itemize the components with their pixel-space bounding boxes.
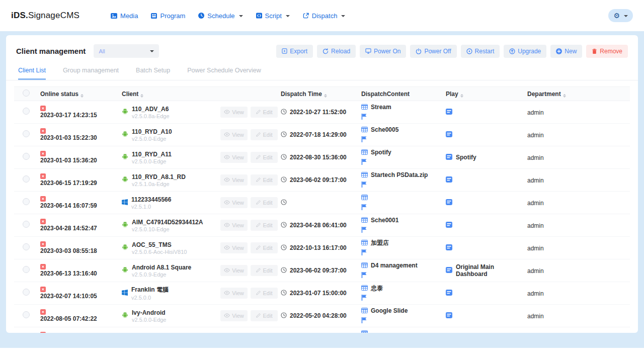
nav-dispatch[interactable]: Dispatch [303,12,346,20]
eye-icon [224,200,230,206]
view-button[interactable]: View [220,174,248,186]
tab-group-management[interactable]: Group management [63,67,119,80]
table-header-row: Online status Client Dispatch Time Dispa… [14,87,630,101]
view-button[interactable]: View [220,242,248,253]
edit-button[interactable]: Edit [251,265,278,276]
row-checkbox[interactable] [23,243,30,250]
row-checkbox[interactable] [23,311,30,318]
view-button[interactable]: View [220,129,248,140]
offline-status-icon: ✕ [40,264,46,269]
edit-button[interactable]: Edit [251,288,278,299]
edit-button[interactable]: Edit [251,197,278,208]
clock-icon [281,130,287,139]
eye-icon [224,290,230,296]
edit-button[interactable]: Edit [251,174,278,186]
header-client[interactable]: Client [120,87,218,101]
offline-status-icon: ✕ [40,106,46,111]
view-button[interactable]: View [220,265,248,276]
client-name: 112233445566 [131,196,171,203]
row-checkbox[interactable] [23,108,30,115]
last-online-time: 2023-06-15 17:19:29 [40,179,118,187]
settings-button[interactable]: ⚙ [608,9,633,22]
edit-button[interactable]: Edit [251,220,278,231]
dispatch-time: 2023-04-28 06:41:00 [290,222,347,229]
edit-button[interactable]: Edit [251,152,278,163]
view-button[interactable]: View [220,107,248,118]
tab-power-schedule-overview[interactable]: Power Schedule Overview [187,67,261,80]
row-checkbox[interactable] [23,266,30,273]
view-label: View [232,154,244,160]
edit-button[interactable]: Edit [251,129,278,140]
upgrade-button[interactable]: Upgrade [504,45,546,58]
nav-program-label: Program [160,12,185,20]
department-value: admin [527,200,544,207]
header-dispatch-content: DispatchContent [359,87,444,101]
tab-client-list[interactable]: Client List [18,67,46,80]
dispatch-time: 2022-07-18 14:29:00 [290,131,347,138]
pencil-icon [256,245,261,251]
nav-schedule[interactable]: Schedule [198,12,243,20]
windows-icon [122,289,128,298]
pencil-icon [256,177,261,183]
header-dispatch-time[interactable]: Dispatch Time [279,87,359,101]
table-row: ✕ 2023-03-17 14:23:15 110_ADV_A6 v2.5.0.… [14,101,630,124]
view-button[interactable]: View [220,310,248,321]
edit-button[interactable]: Edit [251,310,278,321]
table-row: ✕ 2023-06-13 13:16:40 Android A8.1 Squar… [14,259,630,282]
edit-button[interactable]: Edit [251,242,278,253]
view-button[interactable]: View [220,220,248,231]
select-all-checkbox[interactable] [23,89,30,97]
flag-icon [361,248,367,257]
row-checkbox[interactable] [23,130,30,137]
row-checkbox[interactable] [23,221,30,228]
nav-dispatch-label: Dispatch [312,12,338,20]
new-button[interactable]: New [550,45,582,58]
eye-icon [224,245,230,251]
edit-button[interactable]: Edit [251,107,278,118]
row-checkbox[interactable] [23,198,30,205]
group-filter-value: All [99,48,105,54]
chevron-down-icon [150,50,154,52]
header-online-status[interactable]: Online status [38,87,120,101]
view-button[interactable]: View [220,152,248,163]
sort-icon [140,94,143,98]
eye-icon [224,132,230,138]
restart-icon [466,48,472,54]
eye-icon [224,177,230,183]
edit-label: Edit [263,245,273,251]
header-online-status-label: Online status [40,90,78,98]
tab-batch-setup[interactable]: Batch Setup [136,67,170,80]
schedule-table-icon [361,103,368,112]
export-button[interactable]: Export [276,45,313,58]
header-department[interactable]: Department [525,87,630,101]
power-on-button[interactable]: Power On [360,45,406,58]
restart-button[interactable]: Restart [461,45,500,58]
client-version: v2.5.1.0a-Edge [132,181,186,187]
header-view-spacer [218,87,249,101]
header-play[interactable]: Play [444,87,525,101]
remove-button[interactable]: Remove [586,45,628,58]
android-icon [122,130,128,139]
top-navigation-bar: iDS.SignageCMS Media Program Schedule Sc… [0,0,644,31]
power-off-button[interactable]: Power Off [410,45,456,58]
department-value: admin [527,222,544,229]
row-checkbox[interactable] [23,289,30,296]
nav-program[interactable]: Program [151,12,185,20]
view-button[interactable]: View [220,197,248,208]
card-header: Client management All Export Reload Powe… [6,35,638,62]
flag-icon [361,226,367,235]
pencil-icon [256,132,261,138]
view-label: View [232,267,244,274]
group-filter-select[interactable]: All [94,44,159,58]
row-checkbox[interactable] [23,175,30,183]
department-value: admin [527,177,544,184]
nav-script[interactable]: Script [256,12,290,20]
flag-icon [361,180,367,190]
android-icon [122,153,128,162]
row-checkbox[interactable] [23,153,30,160]
reload-button[interactable]: Reload [317,45,356,58]
sort-icon [460,94,463,98]
view-button[interactable]: View [220,288,248,299]
nav-media[interactable]: Media [111,12,138,20]
schedule-table-icon [361,216,368,225]
